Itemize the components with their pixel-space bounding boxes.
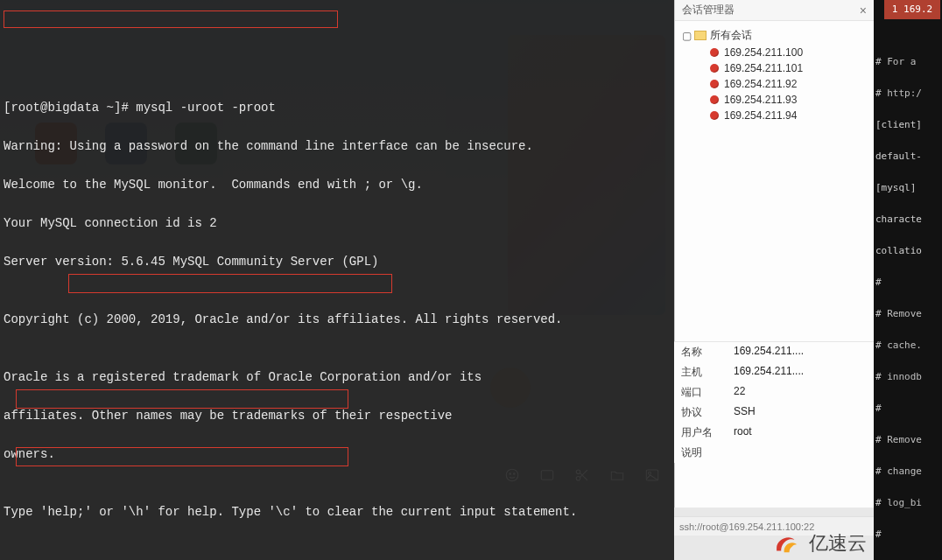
- cfg-line: [mysql]: [875, 180, 942, 196]
- detail-key: 主机: [681, 365, 734, 380]
- session-panel-header: 会话管理器 ×: [675, 0, 874, 21]
- session-tree-root[interactable]: ▢ 所有会话: [678, 26, 870, 45]
- terminal-line: owners.: [4, 444, 671, 464]
- detail-key: 协议: [681, 405, 734, 420]
- session-host-label: 169.254.211.101: [724, 62, 803, 74]
- cfg-line: # change: [875, 464, 942, 480]
- shell-prompt: [root@bigdata ~]#: [4, 101, 136, 115]
- cfg-line: [client]: [875, 117, 942, 133]
- detail-value: [734, 445, 867, 460]
- detail-row-host: 主机 169.254.211....: [674, 362, 874, 382]
- detail-key: 说明: [681, 445, 734, 460]
- terminal-line: Oracle is a registered trademark of Orac…: [4, 368, 671, 387]
- session-panel-title: 会话管理器: [682, 3, 735, 18]
- cfg-line: #: [875, 401, 942, 416]
- session-host-label: 169.254.211.94: [724, 109, 797, 122]
- cfg-line: default-: [875, 149, 942, 164]
- shell-command: mysql -uroot -proot: [136, 101, 276, 115]
- detail-value: 22: [734, 385, 867, 400]
- host-status-icon: [710, 48, 719, 57]
- cfg-line: #: [875, 527, 942, 542]
- svg-point-0: [506, 469, 518, 481]
- host-status-icon: [710, 95, 719, 104]
- smile-icon[interactable]: [504, 467, 520, 486]
- host-status-icon: [710, 80, 719, 88]
- detail-row-port: 端口 22: [674, 382, 874, 402]
- terminal-line: Your MySQL connection id is 2: [4, 214, 671, 233]
- config-editor-panel[interactable]: 1 169.2 # For a # http:/ [client] defaul…: [874, 0, 942, 560]
- cfg-line: # Remove: [875, 306, 942, 322]
- detail-value: root: [734, 425, 867, 440]
- gif-icon[interactable]: [539, 467, 555, 486]
- terminal-line: Warning: Using a password on the command…: [4, 136, 671, 156]
- detail-key: 端口: [681, 385, 734, 400]
- session-item[interactable]: 169.254.211.101: [678, 60, 870, 76]
- terminal-line: Type 'help;' or '\h' for help. Type '\c'…: [4, 502, 671, 522]
- session-host-label: 169.254.211.92: [724, 78, 797, 90]
- terminal-line: [root@bigdata ~]# mysql -uroot -proot: [4, 98, 671, 117]
- session-root-label: 所有会话: [710, 28, 752, 43]
- toolbar-icons: [490, 464, 674, 490]
- watermark-logo-icon: [772, 534, 802, 553]
- terminal-line: Copyright (c) 2000, 2019, Oracle and/or …: [4, 310, 671, 329]
- detail-value: SSH: [734, 405, 867, 420]
- svg-rect-3: [541, 471, 553, 480]
- svg-point-1: [510, 473, 511, 475]
- expand-icon[interactable]: ▢: [682, 30, 691, 42]
- close-icon[interactable]: ×: [860, 4, 867, 18]
- session-item[interactable]: 169.254.211.93: [678, 92, 870, 108]
- folder-icon[interactable]: [609, 467, 625, 486]
- cfg-line: # innodb: [875, 369, 942, 385]
- terminal-line: Welcome to the MySQL monitor. Commands e…: [4, 175, 671, 194]
- session-host-label: 169.254.211.100: [724, 46, 803, 59]
- cfg-line: collatio: [875, 243, 942, 259]
- editor-tab[interactable]: 1 169.2: [884, 0, 940, 19]
- detail-row-desc: 说明: [674, 443, 874, 463]
- svg-point-7: [649, 472, 651, 474]
- detail-key: 名称: [681, 345, 734, 360]
- highlight-box: [68, 274, 392, 293]
- host-status-icon: [710, 64, 719, 73]
- cfg-line: # log_bi: [875, 495, 942, 511]
- terminal-line: affiliates. Other names may be trademark…: [4, 406, 671, 425]
- watermark-text: 亿速云: [809, 530, 867, 556]
- detail-value: 169.254.211....: [734, 365, 867, 380]
- image-icon[interactable]: [644, 467, 660, 486]
- session-details-panel: 名称 169.254.211.... 主机 169.254.211.... 端口…: [674, 341, 874, 463]
- cfg-line: # cache.: [875, 338, 942, 354]
- cfg-line: # http:/: [875, 86, 942, 102]
- cfg-line: characte: [875, 212, 942, 228]
- detail-row-name: 名称 169.254.211....: [674, 342, 874, 362]
- cfg-line: # Remove: [875, 432, 942, 448]
- session-item[interactable]: 169.254.211.100: [678, 45, 870, 60]
- detail-row-user: 用户名 root: [674, 423, 874, 443]
- highlight-box: [4, 10, 338, 28]
- cfg-line: #: [875, 275, 942, 290]
- folder-icon: [694, 31, 706, 40]
- session-item[interactable]: 169.254.211.94: [678, 108, 870, 123]
- session-tree: ▢ 所有会话 169.254.211.100 169.254.211.101 1…: [675, 21, 874, 129]
- host-status-icon: [710, 111, 719, 120]
- detail-value: 169.254.211....: [734, 345, 867, 360]
- terminal-line: Server version: 5.6.45 MySQL Community S…: [4, 252, 671, 271]
- session-host-label: 169.254.211.93: [724, 94, 797, 106]
- session-item[interactable]: 169.254.211.92: [678, 76, 870, 92]
- editor-tab-label: 1 169.2: [892, 2, 932, 18]
- cfg-line: # For a: [875, 54, 942, 70]
- detail-key: 用户名: [681, 425, 734, 440]
- watermark: 亿速云: [772, 530, 867, 556]
- detail-row-protocol: 协议 SSH: [674, 402, 874, 423]
- scissors-icon[interactable]: [574, 467, 590, 486]
- svg-point-2: [514, 473, 516, 475]
